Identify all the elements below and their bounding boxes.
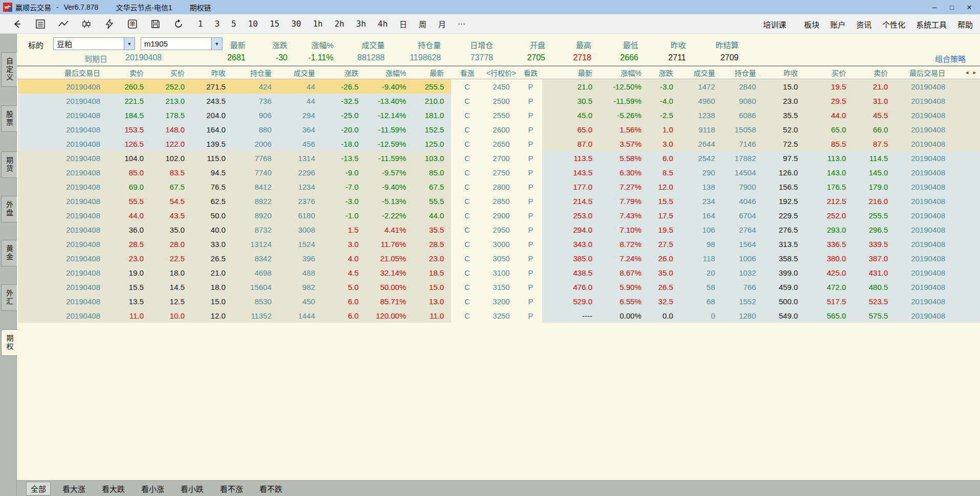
- scroll-right-icon[interactable]: ►: [972, 70, 977, 75]
- menu-item[interactable]: 系统工具: [916, 19, 947, 30]
- menu-item[interactable]: 账户: [830, 19, 845, 30]
- chevron-down-icon[interactable]: ▼: [211, 38, 222, 50]
- chain-row-strike-2600[interactable]: 20190408153.5148.0164.0880364-20.0-11.59…: [17, 122, 980, 137]
- filter-button-看不涨[interactable]: 看不涨: [215, 482, 248, 495]
- period-button-4h[interactable]: 4h: [378, 19, 388, 29]
- period-button-月[interactable]: 月: [438, 18, 446, 29]
- chain-cell: P: [519, 151, 542, 165]
- sidebar-tab-外盘[interactable]: 外盘: [1, 196, 17, 222]
- chain-row-strike-3000[interactable]: 2019040828.528.033.01312415243.011.76%28…: [17, 237, 980, 251]
- chain-row-strike-2650[interactable]: 20190408126.5122.0139.52006456-18.0-12.5…: [17, 137, 980, 151]
- chain-cell: 549.0: [763, 308, 805, 323]
- sidebar-tab-期货[interactable]: 期货: [1, 151, 17, 178]
- chain-cell: 982: [279, 280, 322, 294]
- period-button-3[interactable]: 3: [215, 19, 220, 29]
- menu-item[interactable]: 帮助: [957, 19, 973, 30]
- chain-cell: 8.5: [649, 165, 680, 179]
- chain-row-strike-2500[interactable]: 20190408221.5213.0243.573644-32.5-13.40%…: [17, 94, 980, 108]
- chain-cell: [952, 179, 980, 194]
- strategy-link[interactable]: 组合策略: [935, 53, 966, 64]
- expiry-label: 到期日: [84, 53, 107, 64]
- chain-cell: 13.0: [413, 294, 451, 308]
- chain-cell: [952, 251, 980, 265]
- chain-cell: 14504: [722, 165, 763, 179]
- chain-cell: 3.0: [322, 237, 366, 251]
- chain-cell: -13.5: [322, 151, 366, 165]
- sidebar-tab-黄金[interactable]: 黄金: [1, 240, 17, 266]
- period-button-周[interactable]: 周: [419, 18, 427, 29]
- close-button[interactable]: ✕: [961, 0, 978, 14]
- chain-row-strike-3100[interactable]: 2019040819.018.021.046984884.532.14%18.5…: [17, 265, 980, 280]
- chain-cell: 3100: [483, 265, 519, 280]
- menu-item[interactable]: 板块: [804, 19, 819, 30]
- filter-button-看小跌[interactable]: 看小跌: [176, 482, 208, 495]
- chain-cell: -3.0: [649, 79, 680, 94]
- menu-item[interactable]: 培训课: [763, 19, 786, 30]
- save-icon[interactable]: [149, 18, 162, 30]
- sidebar-tab-自定义[interactable]: 自定义: [1, 52, 17, 87]
- chain-row-strike-3150[interactable]: 2019040815.514.518.0156049825.050.00%15.…: [17, 280, 980, 294]
- flash-order-icon[interactable]: [103, 18, 116, 30]
- chain-row-strike-2900[interactable]: 2019040844.043.550.089206180-1.0-2.22%44…: [17, 208, 980, 222]
- chain-cell: 11.0: [413, 308, 451, 323]
- period-button-10[interactable]: 10: [248, 19, 258, 29]
- chain-rows: 20190408260.5252.0271.542444-26.5-9.40%2…: [17, 79, 980, 323]
- filter-button-看大涨[interactable]: 看大涨: [58, 482, 90, 495]
- period-button-15[interactable]: 15: [270, 19, 279, 29]
- underlying-select[interactable]: 豆粕 ▼: [53, 37, 135, 50]
- period-button-30[interactable]: 30: [291, 19, 301, 29]
- chain-row-strike-3250[interactable]: 2019040811.010.012.01135214446.0120.00%1…: [17, 308, 980, 323]
- period-button-3h[interactable]: 3h: [356, 19, 366, 29]
- chain-cell: 1238: [680, 108, 722, 122]
- chain-row-strike-2450[interactable]: 20190408260.5252.0271.542444-26.5-9.40%2…: [17, 79, 980, 94]
- period-button-2h[interactable]: 2h: [335, 19, 344, 29]
- chain-cell: 4698: [233, 265, 279, 280]
- chain-cell: 8.67%: [599, 265, 649, 280]
- chain-cell: 20190408: [895, 194, 952, 208]
- quote-list-icon[interactable]: [34, 18, 47, 30]
- chevron-down-icon[interactable]: ▼: [124, 38, 135, 50]
- stat-label-4: 成交量: [362, 39, 385, 50]
- maximize-button[interactable]: □: [943, 0, 961, 14]
- contract-select[interactable]: m1905 ▼: [141, 37, 222, 50]
- sidebar-tab-外汇[interactable]: 外汇: [1, 284, 17, 311]
- filter-button-看大跌[interactable]: 看大跌: [97, 482, 129, 495]
- filter-button-全部[interactable]: 全部: [26, 482, 51, 495]
- order-ticket-icon[interactable]: 单: [126, 18, 139, 30]
- chain-cell: 83.5: [151, 165, 192, 179]
- scroll-left-icon[interactable]: ◄: [965, 70, 969, 75]
- chain-row-strike-2750[interactable]: 2019040885.083.594.577402296-9.0-9.57%85…: [17, 165, 980, 179]
- chain-cell: [952, 79, 980, 94]
- period-button-日[interactable]: 日: [399, 18, 407, 29]
- chain-row-strike-2800[interactable]: 2019040869.067.576.584121234-7.0-9.40%67…: [17, 179, 980, 194]
- menu-item[interactable]: 资讯: [856, 19, 872, 30]
- period-button-1[interactable]: 1: [198, 19, 203, 29]
- chain-cell: 20190408: [18, 251, 107, 265]
- chain-row-strike-2950[interactable]: 2019040836.035.040.0873230081.54.41%35.5…: [17, 222, 980, 237]
- chain-cell: 12.0: [192, 308, 233, 323]
- line-chart-icon[interactable]: [57, 18, 70, 30]
- filter-button-看小涨[interactable]: 看小涨: [137, 482, 169, 495]
- filter-button-看不跌[interactable]: 看不跌: [255, 482, 287, 495]
- column-header: <行权价>: [483, 66, 519, 79]
- sidebar-tab-股票[interactable]: 股票: [1, 105, 17, 132]
- chain-cell: 21.0: [192, 265, 233, 280]
- chain-row-strike-3050[interactable]: 2019040823.022.526.583423964.021.05%23.0…: [17, 251, 980, 265]
- period-button-5[interactable]: 5: [231, 19, 236, 29]
- period-button-⋯[interactable]: ⋯: [458, 19, 465, 29]
- back-icon[interactable]: [11, 18, 24, 30]
- chain-row-strike-3200[interactable]: 2019040813.512.515.085304506.085.71%13.0…: [17, 294, 980, 308]
- chain-cell: 476.0: [542, 280, 599, 294]
- stat-value-3: -1.11%: [308, 53, 333, 62]
- chain-row-strike-2850[interactable]: 2019040855.554.562.589222376-3.0-5.13%55…: [17, 194, 980, 208]
- chain-row-strike-2700[interactable]: 20190408104.0102.0115.077681314-13.5-11.…: [17, 151, 980, 165]
- candlestick-icon[interactable]: [80, 18, 93, 30]
- chain-cell: 1234: [279, 179, 322, 194]
- chain-row-strike-2550[interactable]: 20190408184.5178.5204.0906294-25.0-12.14…: [17, 108, 980, 122]
- sidebar-tab-期权[interactable]: 期权: [1, 329, 17, 356]
- chain-cell: 8920: [233, 208, 279, 222]
- refresh-icon[interactable]: [172, 18, 185, 30]
- menu-item[interactable]: 个性化: [882, 19, 905, 30]
- minimize-button[interactable]: ─: [926, 0, 943, 14]
- period-button-1h[interactable]: 1h: [313, 19, 323, 29]
